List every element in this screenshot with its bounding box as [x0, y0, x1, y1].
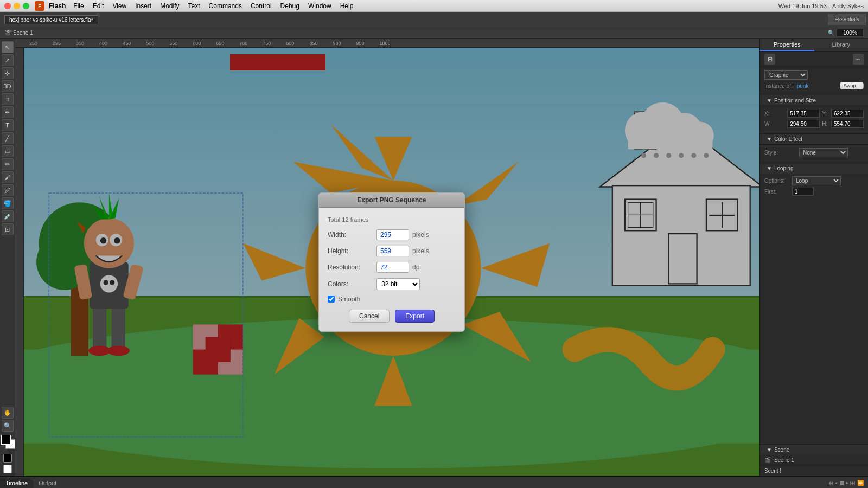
menubar: F Flash File Edit View Insert Modify Tex… [0, 0, 868, 12]
looping-title: Looping [774, 165, 794, 171]
looping-header[interactable]: ▼ Looping [760, 163, 868, 174]
scene-triangle: ▼ [767, 447, 772, 453]
y-input[interactable] [831, 110, 864, 118]
scene-indicator: 🎬 Scene 1 [4, 30, 33, 36]
width-label: Width: [328, 231, 376, 239]
w-input[interactable] [787, 120, 820, 128]
height-label: Height: [328, 247, 376, 255]
style-label: Style: [764, 150, 797, 156]
first-input[interactable] [792, 188, 814, 196]
menu-modify[interactable]: Modify [156, 1, 183, 11]
menu-edit[interactable]: Edit [88, 1, 108, 11]
options-label: Options: [764, 178, 789, 184]
eraser-tool[interactable]: ⊡ [2, 223, 14, 235]
menu-file[interactable]: File [69, 1, 88, 11]
text-tool[interactable]: T [2, 119, 14, 131]
wh-row: W: H: [764, 120, 864, 128]
close-button[interactable] [4, 3, 11, 9]
subselect-tool[interactable]: ↗ [2, 54, 14, 66]
smooth-label: Smooth [338, 296, 360, 303]
fill-tool[interactable]: 🪣 [2, 197, 14, 209]
xy-row: X: Y: [764, 110, 864, 118]
h-label: H: [822, 121, 829, 127]
instance-of-value: punk [797, 83, 809, 89]
brush-tool[interactable]: 🖌 [2, 171, 14, 183]
properties-icon[interactable]: ⊞ [764, 54, 775, 65]
pen-tool[interactable]: ✒ [2, 106, 14, 118]
foreground-color-swatch[interactable] [1, 435, 11, 445]
fill-color-btn[interactable] [3, 454, 12, 463]
output-tab[interactable]: Output [33, 478, 62, 488]
inkbottle-tool[interactable]: 🖊 [2, 184, 14, 196]
height-row: Height: pixels [328, 246, 456, 256]
document-tab[interactable]: hexjibber vs spike-u v16 letters.fla* [4, 15, 98, 24]
ruler-vertical [15, 48, 24, 476]
x-input[interactable] [787, 110, 820, 118]
colors-row: Colors: 32 bit 24 bit 8 bit [328, 278, 456, 290]
menu-debug[interactable]: Debug [276, 1, 304, 11]
menu-window[interactable]: Window [304, 1, 336, 11]
timeline-tabs: Timeline Output ⏮ ◀ ⏹ ▶ ⏭ ⏩ [0, 477, 868, 488]
swap-button[interactable]: Swap... [840, 82, 864, 89]
cancel-button[interactable]: Cancel [349, 310, 390, 323]
rect-tool[interactable]: ▭ [2, 145, 14, 157]
menu-view[interactable]: View [108, 1, 131, 11]
line-tool[interactable]: ╱ [2, 132, 14, 144]
width-input[interactable] [376, 229, 409, 240]
smooth-checkbox[interactable] [328, 296, 335, 303]
style-row: Style: None Brightness Tint Advanced Alp… [764, 148, 864, 157]
h-input[interactable] [831, 120, 864, 128]
scent-title: Scent ! [764, 468, 781, 474]
options-select[interactable]: Loop Play Once Single Frame [792, 176, 841, 185]
timeline-tab[interactable]: Timeline [0, 478, 33, 488]
first-row: First: [764, 188, 864, 196]
library-tab[interactable]: Library [814, 39, 869, 51]
graphic-type-select[interactable]: Graphic Movie Clip Button [764, 70, 808, 80]
minimize-button[interactable] [14, 3, 20, 9]
maximize-button[interactable] [23, 3, 29, 9]
main-layout: ↖ ↗ ⊹ 3D ⌗ ✒ T ╱ ▭ ✏ 🖌 🖊 🪣 💉 ⊡ ✋ 🔍 250 2… [0, 39, 868, 476]
style-select[interactable]: None Brightness Tint Advanced Alpha [799, 148, 848, 157]
export-dialog: Export PNG Sequence Total 12 frames Widt… [318, 192, 465, 332]
properties-tab[interactable]: Properties [760, 39, 814, 51]
ruler-horizontal: 250 295 350 400 450 500 550 600 650 700 … [15, 39, 760, 48]
eyedropper-tool[interactable]: 💉 [2, 210, 14, 222]
colors-select[interactable]: 32 bit 24 bit 8 bit [376, 278, 420, 290]
graphic-type-section: Graphic Movie Clip Button Instance of: p… [760, 67, 868, 95]
hand-tool[interactable]: ✋ [2, 407, 14, 419]
color-effect-triangle: ▼ [767, 136, 772, 142]
lasso-tool[interactable]: ⌗ [2, 93, 14, 105]
stroke-color-btn[interactable] [3, 465, 12, 473]
y-label: Y: [822, 111, 829, 117]
graphic-type-row: Graphic Movie Clip Button [764, 70, 864, 80]
essentials-button[interactable]: Essentials [828, 14, 866, 25]
color-effect-header[interactable]: ▼ Color Effect [760, 134, 868, 145]
menu-text[interactable]: Text [184, 1, 205, 11]
color-effect-section: Style: None Brightness Tint Advanced Alp… [760, 145, 868, 163]
menu-help[interactable]: Help [336, 1, 358, 11]
right-panel: Properties Library ⊞ ↔ Graphic Movie Cli… [760, 39, 868, 476]
free-transform-tool[interactable]: ⊹ [2, 67, 14, 79]
height-input[interactable] [376, 246, 409, 256]
scene-name: Scene 1 [13, 30, 33, 36]
color-swatches [1, 435, 14, 452]
menu-control[interactable]: Control [246, 1, 276, 11]
arrow-tool[interactable]: ↖ [2, 41, 14, 53]
app-name: Flash [49, 2, 66, 10]
zoom-tool[interactable]: 🔍 [2, 420, 14, 432]
position-size-triangle: ▼ [767, 98, 772, 104]
export-button[interactable]: Export [395, 310, 435, 323]
pencil-tool[interactable]: ✏ [2, 158, 14, 170]
scene-background: Export PNG Sequence Total 12 frames Widt… [24, 48, 760, 476]
zoom-input[interactable]: 100% [837, 29, 864, 37]
dialog-title: Export PNG Sequence [319, 193, 464, 208]
scene-entry: 🎬 Scene 1 [760, 455, 868, 465]
menu-insert[interactable]: Insert [131, 1, 156, 11]
scene-header[interactable]: ▼ Scene [760, 445, 868, 455]
3d-tool[interactable]: 3D [2, 80, 14, 92]
menu-commands[interactable]: Commands [205, 1, 246, 11]
dialog-body: Total 12 frames Width: pixels Height: pi… [319, 208, 464, 331]
swap-icon[interactable]: ↔ [853, 54, 864, 65]
resolution-input[interactable] [376, 262, 409, 273]
position-size-header[interactable]: ▼ Position and Size [760, 95, 868, 106]
